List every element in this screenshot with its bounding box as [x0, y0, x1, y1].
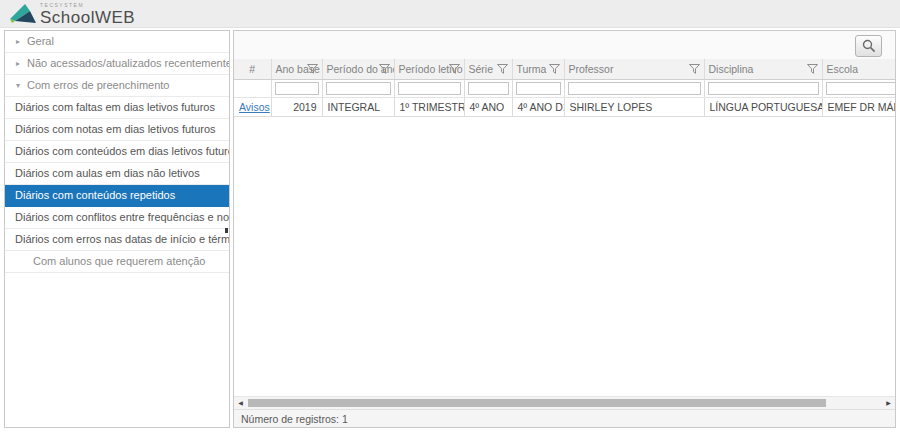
data-grid: # Ano base Período do ano Período letivo… — [234, 59, 895, 396]
cell-disciplina: LÍNGUA PORTUGUESA — [704, 97, 822, 116]
sidebar-scroll-marker — [225, 228, 228, 233]
column-header-disciplina[interactable]: Disciplina — [704, 59, 822, 79]
filter-input-professor[interactable] — [568, 82, 701, 95]
search-button[interactable] — [855, 35, 882, 57]
filter-icon[interactable] — [307, 64, 318, 74]
filter-input-escola[interactable] — [826, 82, 896, 95]
horizontal-scrollbar[interactable]: ◀ ▶ — [234, 396, 895, 409]
filter-input-disciplina[interactable] — [708, 82, 819, 95]
search-icon — [862, 39, 876, 53]
column-header-periodo-do-ano[interactable]: Período do ano — [322, 59, 394, 79]
app-header: tecsystem SchoolWEB — [0, 0, 900, 28]
sidebar-section-com-erros[interactable]: ▾ Com erros de preenchimento — [5, 75, 229, 97]
sidebar-section-alunos-atencao[interactable]: Com alunos que requerem atenção — [5, 251, 229, 273]
filter-icon[interactable] — [379, 64, 390, 74]
grid-toolbar — [234, 31, 895, 59]
column-header-escola[interactable]: Escola — [822, 59, 895, 79]
scroll-left-arrow-icon[interactable]: ◀ — [236, 399, 245, 408]
brand-main-text: SchoolWEB — [40, 9, 135, 26]
filter-icon[interactable] — [549, 64, 560, 74]
filter-input-serie[interactable] — [468, 82, 509, 95]
cell-professor: SHIRLEY LOPES — [564, 97, 704, 116]
avisos-link[interactable]: Avisos — [239, 101, 270, 113]
sidebar-item-conteudos-dias-futuros[interactable]: Diários com conteúdos em dias letivos fu… — [5, 141, 229, 163]
filter-icon[interactable] — [689, 64, 700, 74]
cell-periodo-letivo: 1º TRIMESTRE — [394, 97, 464, 116]
logo: tecsystem SchoolWEB — [10, 3, 135, 26]
filter-icon[interactable] — [449, 64, 460, 74]
sidebar-item-conteudos-repetidos[interactable]: Diários com conteúdos repetidos — [5, 185, 229, 207]
sidebar-item-conflitos-frequencias-notas[interactable]: Diários com conflitos entre frequências … — [5, 207, 229, 229]
school-logo-icon — [10, 3, 37, 26]
sidebar: ▸ Geral ▸ Não acessados/atualizados rece… — [4, 30, 230, 428]
cell-ano-base: 2019 — [271, 97, 322, 116]
filter-input-turma[interactable] — [516, 82, 561, 95]
filter-icon[interactable] — [497, 64, 508, 74]
sidebar-item-notas-dias-futuros[interactable]: Diários com notas em dias letivos futuro… — [5, 119, 229, 141]
scroll-right-arrow-icon[interactable]: ▶ — [884, 399, 893, 408]
filter-cell-numero — [234, 79, 271, 97]
cell-escola: EMEF DR MÁRIO VELLI — [822, 97, 895, 116]
filter-icon[interactable] — [807, 64, 818, 74]
filter-input-periodo-letivo[interactable] — [398, 82, 461, 95]
status-bar: Número de registros: 1 — [234, 409, 895, 427]
main-panel: # Ano base Período do ano Período letivo… — [233, 30, 896, 428]
sidebar-section-geral[interactable]: ▸ Geral — [5, 31, 229, 53]
sidebar-item-faltas-dias-futuros[interactable]: Diários com faltas em dias letivos futur… — [5, 97, 229, 119]
cell-periodo-do-ano: INTEGRAL — [322, 97, 394, 116]
table-row: Avisos 2019 INTEGRAL 1º TRIMESTRE 4º ANO… — [234, 97, 895, 116]
filter-input-periodo-do-ano[interactable] — [326, 82, 391, 95]
chevron-right-icon: ▸ — [11, 53, 25, 74]
column-header-ano-base[interactable]: Ano base — [271, 59, 322, 79]
column-header-periodo-letivo[interactable]: Período letivo — [394, 59, 464, 79]
filter-input-ano-base[interactable] — [275, 82, 319, 95]
sidebar-section-nao-acessados[interactable]: ▸ Não acessados/atualizados recentemente — [5, 53, 229, 75]
sidebar-item-aulas-dias-nao-letivos[interactable]: Diários com aulas em dias não letivos — [5, 163, 229, 185]
cell-serie: 4º ANO — [464, 97, 512, 116]
column-header-professor[interactable]: Professor — [564, 59, 704, 79]
filter-row — [234, 79, 895, 97]
sidebar-item-erros-datas-periodos[interactable]: Diários com erros nas datas de início e … — [5, 229, 229, 251]
chevron-down-icon: ▾ — [11, 75, 25, 96]
chevron-right-icon: ▸ — [11, 31, 25, 52]
header-row: # Ano base Período do ano Período letivo… — [234, 59, 895, 79]
column-header-numero[interactable]: # — [234, 59, 271, 79]
column-header-serie[interactable]: Série — [464, 59, 512, 79]
column-header-turma[interactable]: Turma — [512, 59, 564, 79]
record-count-label: Número de registros: 1 — [241, 413, 348, 425]
scrollbar-thumb[interactable] — [248, 399, 826, 407]
cell-turma: 4º ANO D1 — [512, 97, 564, 116]
